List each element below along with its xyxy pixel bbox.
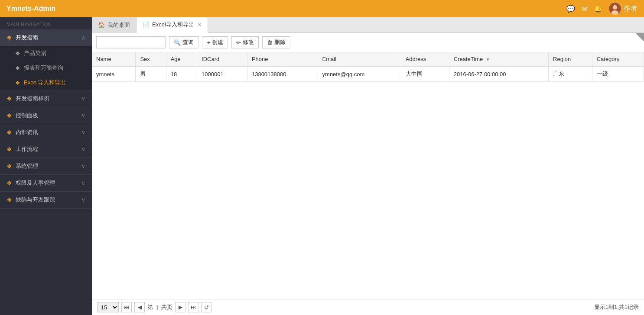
user-info: 作者 bbox=[609, 3, 637, 15]
hr-label: 权限及人事管理 bbox=[16, 179, 55, 187]
table-row[interactable]: ymnets男18100000113800138000ymnets@qq.com… bbox=[92, 66, 644, 82]
excel-tab-icon: 📄 bbox=[143, 22, 150, 28]
total-pages-label: 共页 bbox=[161, 303, 172, 311]
sidebar-item-devguide[interactable]: ❖ 开发指南 ∧ bbox=[0, 29, 92, 46]
create-button[interactable]: + 创建 bbox=[202, 36, 228, 48]
sidebar-section-sysadmin: ❖ 系统管理 ∨ bbox=[0, 158, 92, 175]
last-page-button[interactable]: ⏭ bbox=[188, 302, 198, 312]
sidebar-item-dashboard[interactable]: ❖ 控制面板 ∨ bbox=[0, 107, 92, 124]
search-input[interactable] bbox=[96, 36, 166, 48]
excel-tab-label: Excel导入和导出 bbox=[152, 21, 194, 29]
news-label: 内部资讯 bbox=[16, 129, 38, 136]
query-button[interactable]: 🔍 查询 bbox=[169, 36, 198, 48]
current-page: 1 bbox=[156, 304, 159, 311]
cell-sex: 男 bbox=[136, 66, 166, 82]
cell-address: 大中国 bbox=[401, 66, 449, 82]
dashboard-icon: ❖ bbox=[7, 112, 12, 119]
cell-age: 18 bbox=[166, 66, 197, 82]
sidebar-sub-devguide: ❖ 产品类别 ❖ 报表和万能查询 ❖ Excel导入和导出 bbox=[0, 46, 92, 90]
collapse-icon[interactable] bbox=[635, 33, 644, 42]
col-email[interactable]: Email bbox=[318, 52, 401, 66]
sidebar-item-news[interactable]: ❖ 内部资讯 ∨ bbox=[0, 124, 92, 141]
svg-point-1 bbox=[613, 5, 617, 10]
col-createtime[interactable]: CreateTime ▼ bbox=[449, 52, 548, 66]
col-idcard[interactable]: IDCard bbox=[197, 52, 247, 66]
sidebar-section-examples: ❖ 开发指南样例 ∨ bbox=[0, 90, 92, 107]
edit-icon: ✏ bbox=[236, 39, 241, 46]
col-sex[interactable]: Sex bbox=[136, 52, 166, 66]
refresh-button[interactable]: ↺ bbox=[201, 302, 211, 312]
avatar[interactable] bbox=[609, 3, 621, 15]
bugs-label: 缺陷与开发跟踪 bbox=[16, 196, 55, 204]
col-age[interactable]: Age bbox=[166, 52, 197, 66]
sidebar-section-workflow: ❖ 工作流程 ∨ bbox=[0, 141, 92, 158]
nav-label: MAIN NAVIGATION bbox=[0, 17, 92, 29]
bell-icon[interactable]: 🔔 bbox=[594, 5, 602, 13]
products-label: 产品类别 bbox=[24, 49, 46, 57]
col-address[interactable]: Address bbox=[401, 52, 449, 66]
chevron-down-dashboard: ∨ bbox=[81, 112, 85, 119]
sidebar-item-examples[interactable]: ❖ 开发指南样例 ∨ bbox=[0, 90, 92, 107]
chevron-up-icon: ∧ bbox=[81, 35, 85, 41]
news-icon: ❖ bbox=[7, 129, 12, 136]
cell-region: 广东 bbox=[549, 66, 592, 82]
tabs-bar: 🏠 我的桌面 📄 Excel导入和导出 ✕ bbox=[92, 17, 644, 33]
sidebar-item-products[interactable]: ❖ 产品类别 bbox=[0, 46, 92, 61]
reports-label: 报表和万能查询 bbox=[24, 64, 63, 72]
excel-icon: ❖ bbox=[15, 80, 20, 86]
pagination-summary: 显示1到1,共1记录 bbox=[594, 303, 639, 311]
table-header-row: Name Sex Age IDCard Phone Email Address … bbox=[92, 52, 644, 66]
chevron-down-examples: ∨ bbox=[81, 96, 85, 102]
edit-button[interactable]: ✏ 修改 bbox=[231, 36, 259, 48]
delete-button[interactable]: 🗑 删除 bbox=[262, 36, 290, 48]
top-header: Ymnets-Admin 💬 ✉ 🔔 作者 bbox=[0, 0, 644, 17]
tab-close-icon[interactable]: ✕ bbox=[198, 22, 202, 28]
tab-excel[interactable]: 📄 Excel导入和导出 ✕ bbox=[137, 17, 208, 33]
col-region[interactable]: Region bbox=[549, 52, 592, 66]
page-size-select[interactable]: 15 30 50 100 bbox=[97, 302, 119, 312]
desktop-tab-icon: 🏠 bbox=[98, 22, 105, 28]
examples-icon: ❖ bbox=[7, 95, 12, 102]
sidebar-item-reports[interactable]: ❖ 报表和万能查询 bbox=[0, 61, 92, 75]
sidebar-item-excel[interactable]: ❖ Excel导入和导出 bbox=[0, 75, 92, 90]
bugs-icon: ❖ bbox=[7, 196, 12, 203]
mail-icon[interactable]: ✉ bbox=[582, 5, 587, 13]
chevron-down-news: ∨ bbox=[81, 129, 85, 135]
sidebar-section-hr: ❖ 权限及人事管理 ∨ bbox=[0, 175, 92, 192]
col-phone[interactable]: Phone bbox=[247, 52, 318, 66]
excel-label: Excel导入和导出 bbox=[24, 79, 66, 87]
prev-page-button[interactable]: ◀ bbox=[134, 302, 145, 312]
brand-title: Ymnets-Admin bbox=[7, 5, 55, 13]
cell-phone: 13800138000 bbox=[247, 66, 318, 82]
cell-idcard: 1000001 bbox=[197, 66, 247, 82]
first-page-button[interactable]: ⏮ bbox=[121, 302, 132, 312]
query-icon: 🔍 bbox=[174, 39, 181, 46]
create-label: 创建 bbox=[212, 39, 223, 46]
delete-label: 删除 bbox=[274, 39, 286, 46]
chevron-down-sysadmin: ∨ bbox=[81, 163, 85, 169]
desktop-tab-label: 我的桌面 bbox=[107, 21, 130, 29]
table-container: Name Sex Age IDCard Phone Email Address … bbox=[92, 52, 644, 299]
next-page-button[interactable]: ▶ bbox=[175, 302, 185, 312]
chevron-down-hr: ∨ bbox=[81, 180, 85, 186]
tab-desktop[interactable]: 🏠 我的桌面 bbox=[92, 17, 137, 33]
sidebar-section-dashboard: ❖ 控制面板 ∨ bbox=[0, 107, 92, 124]
sidebar-item-workflow[interactable]: ❖ 工作流程 ∨ bbox=[0, 141, 92, 158]
sort-icon: ▼ bbox=[486, 57, 490, 62]
col-category[interactable]: Category bbox=[592, 52, 644, 66]
sidebar-item-hr[interactable]: ❖ 权限及人事管理 ∨ bbox=[0, 175, 92, 191]
sidebar-item-bugs[interactable]: ❖ 缺陷与开发跟踪 ∨ bbox=[0, 192, 92, 208]
main-layout: MAIN NAVIGATION ❖ 开发指南 ∧ ❖ 产品类别 ❖ 报表和万能查… bbox=[0, 17, 644, 315]
chat-icon[interactable]: 💬 bbox=[566, 5, 575, 13]
cell-name: ymnets bbox=[92, 66, 136, 82]
chevron-down-bugs: ∨ bbox=[81, 197, 85, 203]
page-prefix: 第 bbox=[147, 303, 153, 311]
hr-icon: ❖ bbox=[7, 180, 12, 186]
sidebar: MAIN NAVIGATION ❖ 开发指南 ∧ ❖ 产品类别 ❖ 报表和万能查… bbox=[0, 17, 92, 315]
create-icon: + bbox=[207, 39, 210, 46]
content-area: 🏠 我的桌面 📄 Excel导入和导出 ✕ 🔍 查询 + 创建 ✏ 修改 bbox=[92, 17, 644, 315]
delete-icon: 🗑 bbox=[267, 39, 273, 46]
toolbar: 🔍 查询 + 创建 ✏ 修改 🗑 删除 bbox=[92, 33, 644, 52]
col-name[interactable]: Name bbox=[92, 52, 136, 66]
sidebar-item-sysadmin[interactable]: ❖ 系统管理 ∨ bbox=[0, 158, 92, 174]
